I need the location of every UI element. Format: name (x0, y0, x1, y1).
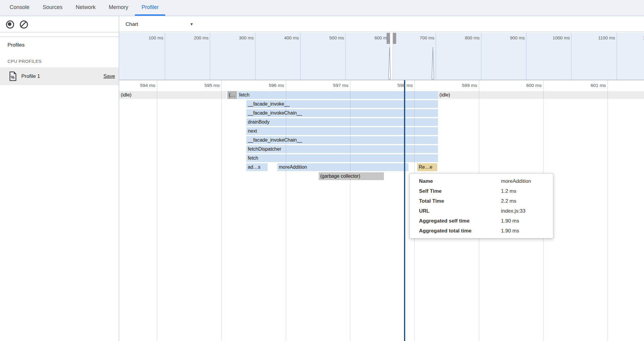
flame-bar--facade-invokechain-[interactable]: __facade_invokeChain__ (246, 109, 438, 117)
profile-name: Profile 1 (21, 67, 40, 85)
tooltip-row: Aggregated total time1.90 ms (410, 226, 553, 236)
profiles-sidebar: Profiles CPU PROFILES % Profile 1 Save (0, 16, 119, 341)
flame-bar-next[interactable]: next (246, 127, 438, 135)
selection-handle-right[interactable] (393, 33, 396, 44)
ruler-tick-label: 596 ms (224, 83, 284, 88)
tab-console[interactable]: Console (3, 0, 36, 16)
cpu-profiles-section-label: CPU PROFILES (8, 59, 42, 64)
tooltip-row: Total Time2.2 ms (410, 196, 553, 206)
tooltip-value: 1.90 ms (501, 226, 519, 236)
flame-bar--idle-[interactable]: (idle) (438, 91, 644, 99)
flame-bar--idle-[interactable]: (idle) (119, 91, 226, 99)
profiles-heading: Profiles (8, 42, 25, 48)
detail-gridline (157, 80, 157, 341)
view-mode-select[interactable]: Chart ▼ (126, 16, 193, 32)
ruler-tick-label: 599 ms (417, 83, 477, 88)
tab-profiler[interactable]: Profiler (135, 0, 165, 16)
chevron-down-icon: ▼ (190, 22, 194, 26)
ruler-tick-label: 594 ms (119, 83, 155, 88)
ruler-tick-label: 601 ms (546, 83, 606, 88)
tab-memory[interactable]: Memory (102, 0, 135, 16)
flame-bar-fetch[interactable]: fetch (246, 154, 438, 162)
ruler-tick-label: 597 ms (288, 83, 348, 88)
tooltip-label: Self Time (419, 186, 442, 196)
flame-bar--[interactable]: (… (227, 91, 237, 99)
tab-network[interactable]: Network (69, 0, 102, 16)
sidebar-divider (0, 36, 119, 37)
flame-bar-fetch[interactable]: fetch (238, 91, 438, 99)
flame-bar--garbage-collector-[interactable]: (garbage collector) (319, 172, 384, 180)
selection-window[interactable] (390, 33, 393, 80)
clear-button[interactable] (19, 20, 28, 29)
ruler-tick-label: 595 ms (159, 83, 220, 88)
tooltip-row: Aggregated self time1.90 ms (410, 216, 553, 226)
cpu-spike (432, 47, 434, 79)
tooltip-label: Aggregated total time (419, 226, 472, 236)
flame-bar-re-e[interactable]: Re…e (417, 163, 437, 171)
selection-handle-left[interactable] (387, 33, 390, 44)
tooltip-row: NamemoreAddition (410, 176, 553, 186)
tooltip-value: 1.90 ms (501, 216, 519, 226)
tooltip-label: URL (419, 206, 430, 216)
timeline-overview[interactable]: 100 ms200 ms300 ms400 ms500 ms600 ms700 … (119, 33, 644, 80)
tooltip-value: index.js:33 (501, 206, 525, 216)
tooltip-value: 2.2 ms (501, 196, 516, 206)
tab-sources[interactable]: Sources (36, 0, 69, 16)
flame-bar--facade-invoke-[interactable]: __facade_invoke__ (246, 100, 438, 108)
record-button[interactable] (5, 20, 14, 29)
chart-toolbar: Chart ▼ (119, 16, 644, 32)
profile-document-icon: % (9, 71, 17, 81)
profile-list-item[interactable]: % Profile 1 Save (0, 67, 119, 85)
flame-bar-ad-s[interactable]: ad…s (246, 163, 268, 171)
tooltip-row: Self Time1.2 ms (410, 186, 553, 196)
panel-tab-bar: ConsoleSourcesNetworkMemoryProfiler (0, 0, 644, 16)
svg-text:%: % (11, 75, 15, 80)
record-icon-dot (8, 22, 11, 26)
view-mode-value: Chart (126, 21, 138, 27)
flame-bar-fetchdispatcher[interactable]: fetchDispatcher (246, 145, 438, 153)
flame-bar--facade-invokechain-[interactable]: __facade_invokeChain__ (246, 136, 438, 144)
detail-gridline (607, 80, 608, 341)
tooltip-row: URLindex.js:33 (410, 206, 553, 216)
frame-tooltip: NamemoreAdditionSelf Time1.2 msTotal Tim… (409, 173, 553, 238)
save-link[interactable]: Save (103, 67, 115, 85)
devtools-window: ConsoleSourcesNetworkMemoryProfiler Prof… (0, 0, 644, 341)
tooltip-value: 1.2 ms (501, 186, 516, 196)
flame-chart[interactable]: 594 ms595 ms596 ms597 ms598 ms599 ms600 … (119, 80, 644, 341)
ruler-tick-label: 598 ms (353, 83, 413, 88)
flame-bar-drainbody[interactable]: drainBody (246, 118, 438, 126)
sidebar-toolbar (0, 16, 119, 32)
tooltip-label: Aggregated self time (419, 216, 469, 226)
ruler-tick-label: 600 ms (481, 83, 542, 88)
flame-bar-moreaddition[interactable]: moreAddition (277, 163, 409, 171)
tooltip-value: moreAddition (501, 176, 531, 186)
overview-tick-label: 1200 ms (600, 35, 644, 40)
detail-gridline (221, 80, 222, 341)
tooltip-label: Total Time (419, 196, 444, 206)
tooltip-label: Name (419, 176, 433, 186)
